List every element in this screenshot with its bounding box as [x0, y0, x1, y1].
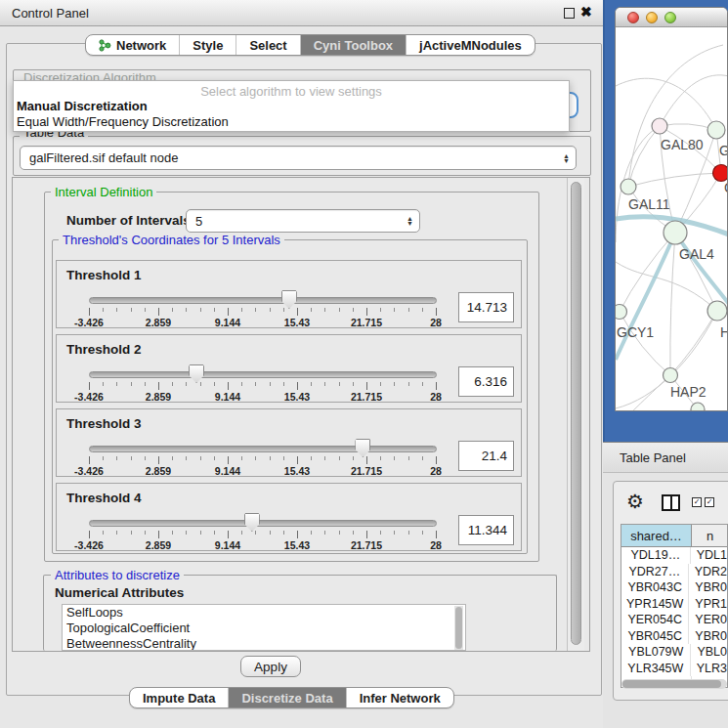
shared-name-cell[interactable]: YER054C	[621, 612, 689, 628]
name-cell[interactable]: YBR0	[689, 628, 727, 645]
network-node-green[interactable]	[707, 301, 727, 321]
tab-network-label: Network	[116, 38, 166, 53]
network-edge[interactable]	[670, 311, 717, 375]
slider-track[interactable]	[89, 446, 437, 452]
network-window-titlebar[interactable]	[616, 8, 727, 27]
close-traffic-light[interactable]	[627, 12, 639, 23]
network-node-pink[interactable]	[652, 118, 667, 134]
close-icon[interactable]: ✖	[580, 4, 592, 20]
tick-mark	[172, 382, 173, 386]
network-edge[interactable]	[628, 173, 721, 187]
number-of-intervals-combobox[interactable]: 5 ▲▼	[186, 209, 420, 233]
network-node-green[interactable]	[664, 221, 687, 244]
shared-name-cell[interactable]: YPR145W	[621, 596, 689, 613]
shared-name-cell[interactable]: YBR045C	[621, 628, 689, 645]
network-node-green[interactable]	[707, 121, 725, 139]
slider-track[interactable]	[89, 297, 437, 304]
vertical-scrollbar[interactable]	[567, 178, 584, 651]
tick-mark	[131, 531, 132, 535]
apply-button[interactable]: Apply	[240, 656, 301, 677]
tab-select[interactable]: Select	[236, 35, 299, 55]
table-row[interactable]: YPR145WYPR1	[621, 596, 727, 613]
checked-box-icon[interactable]: ✓	[692, 497, 702, 507]
checked-box-icon[interactable]: ✓	[705, 497, 714, 507]
table-row[interactable]: YDR27…YDR2	[621, 564, 727, 580]
column-header-shared-name[interactable]: shared…	[621, 525, 692, 546]
column-header-name[interactable]: n	[692, 525, 727, 546]
slider-track[interactable]	[89, 520, 437, 527]
slider-thumb[interactable]	[244, 513, 260, 532]
tab-discretize-data[interactable]: Discretize Data	[228, 688, 345, 707]
dropdown-option-equal-width[interactable]: Equal Width/Frequency Discretization	[14, 114, 569, 130]
float-window-icon[interactable]	[564, 8, 575, 19]
tab-network[interactable]: Network	[86, 35, 179, 55]
scrollbar-thumb[interactable]	[571, 182, 581, 645]
network-edge[interactable]	[620, 233, 675, 312]
dropdown-option-manual[interactable]: Manual Discretization	[14, 99, 569, 114]
table-row[interactable]: YDL19…YDL1	[621, 547, 727, 564]
tab-infer-network[interactable]: Infer Network	[346, 688, 453, 707]
shared-name-cell[interactable]: YDR27…	[621, 564, 689, 580]
attribute-list-item[interactable]: BetweennessCentrality	[63, 636, 465, 651]
threshold-value-field[interactable]: 6.316	[458, 366, 514, 397]
name-cell[interactable]: YER0	[689, 612, 727, 628]
numerical-attributes-list[interactable]: SelfLoopsTopologicalCoefficientBetweenne…	[62, 604, 466, 651]
settings-gear-icon[interactable]: ⚙	[626, 490, 644, 513]
network-node-green[interactable]	[621, 179, 636, 194]
shared-name-cell[interactable]: YLR345W	[621, 661, 691, 677]
shared-name-cell[interactable]: YDL19…	[621, 547, 691, 564]
tab-jactivemnodules[interactable]: jActiveMNodules	[406, 35, 535, 55]
split-columns-icon[interactable]	[662, 494, 680, 511]
list-scrollbar[interactable]	[454, 606, 463, 650]
table-horizontal-scrollbar[interactable]	[621, 679, 727, 689]
tick-mark	[380, 531, 381, 535]
minimize-traffic-light[interactable]	[646, 12, 658, 23]
tick-mark	[297, 308, 298, 316]
network-canvas[interactable]: GAL80GCGAL11GAL4GCY1HHAP2	[616, 27, 727, 411]
attribute-list-item[interactable]: SelfLoops	[63, 605, 465, 621]
table-row[interactable]: YBR043CYBR0	[621, 579, 727, 596]
network-node-green[interactable]	[616, 305, 627, 320]
table-row[interactable]: YBL079WYBL0	[621, 644, 727, 661]
tab-impute-data[interactable]: Impute Data	[130, 688, 228, 707]
tick-mark	[422, 308, 423, 312]
network-node-green[interactable]	[664, 368, 678, 383]
network-edge[interactable]	[628, 45, 723, 187]
name-cell[interactable]: YDL1	[691, 547, 727, 564]
table-row[interactable]: YBR045CYBR0	[621, 628, 727, 645]
network-view-window[interactable]: GAL80GCGAL11GAL4GCY1HHAP2	[615, 7, 728, 411]
zoom-traffic-light[interactable]	[664, 12, 676, 23]
slider-thumb[interactable]	[281, 290, 297, 309]
tick-mark	[324, 382, 325, 386]
tab-cyni-toolbox[interactable]: Cyni Toolbox	[300, 35, 406, 55]
network-edge[interactable]	[620, 312, 670, 375]
name-cell[interactable]: YBL0	[691, 644, 727, 661]
slider-thumb[interactable]	[355, 439, 370, 457]
column-visibility-icons[interactable]: ✓ ✓	[692, 497, 714, 507]
attribute-list-item[interactable]: TopologicalCoefficient	[63, 621, 465, 636]
tick-mark	[116, 531, 117, 535]
name-cell[interactable]: YPR1	[689, 596, 727, 613]
table-row[interactable]: YLR345WYLR3	[621, 661, 727, 677]
network-edge-thick[interactable]	[616, 233, 675, 360]
control-panel-titlebar: Control Panel ✖	[0, 0, 603, 26]
network-node-red[interactable]	[713, 165, 728, 182]
network-edge[interactable]	[670, 233, 675, 375]
threshold-value-field[interactable]: 11.344	[458, 515, 514, 545]
threshold-value-field[interactable]: 14.713	[458, 292, 514, 322]
shared-name-cell[interactable]: YBR043C	[621, 579, 689, 596]
name-cell[interactable]: YBR0	[689, 579, 727, 596]
table-row[interactable]: YER054CYER0	[621, 612, 727, 628]
slider-track[interactable]	[89, 371, 437, 378]
shared-name-cell[interactable]: YBL079W	[621, 644, 691, 661]
name-cell[interactable]: YDR2	[689, 564, 727, 580]
slider-thumb[interactable]	[189, 364, 204, 383]
name-cell[interactable]: YLR3	[691, 661, 727, 677]
tab-style[interactable]: Style	[179, 35, 236, 55]
table-data-combobox[interactable]: galFiltered.sif default node ▲▼	[20, 146, 577, 170]
network-edge-thick[interactable]	[675, 233, 727, 304]
tick-mark	[408, 531, 409, 535]
threshold-value-field[interactable]: 21.4	[458, 441, 514, 471]
tick-label: 15.43	[284, 465, 310, 477]
network-node-green[interactable]	[691, 403, 705, 411]
